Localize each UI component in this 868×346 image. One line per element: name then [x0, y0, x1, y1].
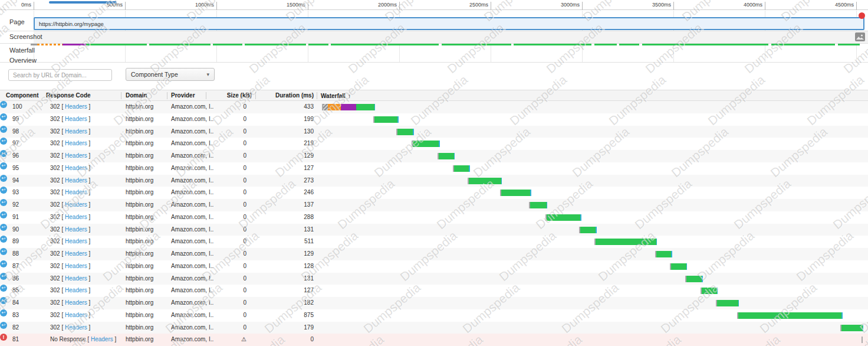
table-row[interactable]: ↩100302 [ Headers ]httpbin.orgAmazon.com…	[0, 101, 868, 113]
headers-link[interactable]: Headers	[65, 189, 87, 195]
table-row[interactable]: ↩84302 [ Headers ]httpbin.orgAmazon.com,…	[0, 297, 868, 309]
duration-cell: 128	[272, 260, 314, 273]
response-code-cell: 302 [ Headers ]	[50, 162, 90, 175]
overview-line-segment	[838, 44, 860, 45]
headers-link[interactable]: Headers	[65, 103, 87, 110]
col-header-waterfall[interactable]: Waterfall↑	[321, 90, 351, 102]
bar-receive-tip	[439, 141, 440, 147]
headers-link[interactable]: Headers	[65, 226, 87, 233]
redirect-icon: ↩	[0, 175, 7, 182]
waterfall-bar[interactable]	[412, 141, 439, 147]
bar-phase-segment	[328, 104, 341, 110]
headers-link[interactable]: Headers	[65, 275, 87, 282]
table-row[interactable]: ↩89302 [ Headers ]httpbin.orgAmazon.com,…	[0, 236, 868, 248]
screenshot-thumbnail-icon[interactable]	[855, 32, 865, 44]
headers-link[interactable]: Headers	[65, 128, 87, 135]
col-header-response-code[interactable]: Response Code	[46, 90, 91, 102]
headers-link[interactable]: Headers	[65, 152, 87, 159]
table-row[interactable]: ↩88302 [ Headers ]httpbin.orgAmazon.com,…	[0, 248, 868, 260]
table-row[interactable]: ↩85302 [ Headers ]httpbin.orgAmazon.com,…	[0, 285, 868, 297]
redirect-icon: ↩	[0, 126, 7, 133]
waterfall-bar[interactable]	[579, 227, 597, 233]
col-header-size[interactable]: Size (kB)	[211, 90, 252, 102]
page-url-box[interactable]: https://httpbin.org/mypage	[34, 17, 864, 30]
col-header-provider[interactable]: Provider	[171, 90, 195, 102]
col-header-domain[interactable]: Domain	[126, 90, 147, 102]
col-header-duration[interactable]: Duration (ms)	[267, 90, 314, 102]
waterfall-bar[interactable]	[655, 251, 672, 257]
table-row[interactable]: ↩83302 [ Headers ]httpbin.orgAmazon.com,…	[0, 309, 868, 322]
size-cell: 0	[206, 297, 246, 309]
bar-duration-segment	[656, 251, 672, 257]
waterfall-bar[interactable]	[453, 165, 470, 172]
headers-link[interactable]: Headers	[65, 263, 87, 269]
headers-link[interactable]: Headers	[65, 116, 87, 122]
waterfall-bar[interactable]	[396, 129, 414, 135]
search-input[interactable]	[8, 69, 112, 81]
bar-duration-segment	[671, 263, 686, 270]
waterfall-bar[interactable]	[468, 178, 502, 184]
waterfall-bar[interactable]	[670, 263, 687, 270]
waterfall-bar[interactable]	[322, 104, 375, 110]
headers-link[interactable]: Headers	[65, 312, 87, 318]
size-cell: 0	[206, 126, 246, 138]
table-row[interactable]: ↩92302 [ Headers ]httpbin.orgAmazon.com,…	[0, 199, 868, 211]
waterfall-bar[interactable]	[701, 288, 718, 294]
table-row[interactable]: ↩94302 [ Headers ]httpbin.orgAmazon.com,…	[0, 175, 868, 187]
table-row[interactable]: ↩95302 [ Headers ]httpbin.orgAmazon.com,…	[0, 162, 868, 175]
waterfall-bar[interactable]	[500, 190, 531, 196]
waterfall-bar[interactable]	[594, 239, 657, 245]
table-row[interactable]: !81No Response [ Headers ]httpbin.orgAma…	[0, 334, 868, 346]
table-row[interactable]: ↩99302 [ Headers ]httpbin.orgAmazon.com,…	[0, 113, 868, 126]
column-resize-handle[interactable]	[167, 92, 167, 99]
waterfall-bar[interactable]	[545, 214, 581, 221]
table-row[interactable]: ↩96302 [ Headers ]httpbin.orgAmazon.com,…	[0, 150, 868, 162]
table-row[interactable]: ↩90302 [ Headers ]httpbin.orgAmazon.com,…	[0, 224, 868, 236]
headers-link[interactable]: Headers	[65, 287, 87, 293]
table-row[interactable]: ↩87302 [ Headers ]httpbin.orgAmazon.com,…	[0, 260, 868, 273]
column-resize-handle[interactable]	[317, 92, 317, 99]
response-code-cell: 302 [ Headers ]	[50, 101, 90, 113]
headers-link[interactable]: Headers	[65, 238, 87, 244]
component-type-dropdown[interactable]: Component Type ▾	[126, 68, 215, 81]
column-resize-handle[interactable]	[255, 92, 256, 99]
table-row[interactable]: ↩82302 [ Headers ]httpbin.orgAmazon.com,…	[0, 322, 868, 334]
waterfall-bar[interactable]	[373, 116, 399, 123]
headers-link[interactable]: Headers	[65, 201, 87, 208]
table-row[interactable]: ↩86302 [ Headers ]httpbin.orgAmazon.com,…	[0, 273, 868, 285]
table-row[interactable]: ↩97302 [ Headers ]httpbin.orgAmazon.com,…	[0, 138, 868, 150]
timeline-scrollbar[interactable]	[49, 1, 117, 4]
size-cell: 0	[206, 175, 246, 187]
waterfall-bar[interactable]	[716, 300, 739, 306]
ruler-tick-mark	[582, 2, 583, 10]
waterfall-bar[interactable]	[737, 312, 843, 319]
headers-link[interactable]: Headers	[65, 299, 87, 306]
column-resize-handle[interactable]	[121, 92, 121, 99]
domain-cell: httpbin.org	[126, 101, 153, 113]
waterfall-bar[interactable]	[438, 153, 455, 159]
duration-cell: 130	[272, 126, 314, 138]
waterfall-bar[interactable]	[840, 325, 863, 331]
waterfall-bar[interactable]	[685, 276, 703, 282]
table-row[interactable]: ↩98302 [ Headers ]httpbin.orgAmazon.com,…	[0, 126, 868, 138]
duration-cell: 219	[272, 138, 314, 150]
table-row[interactable]: ↩91302 [ Headers ]httpbin.orgAmazon.com,…	[0, 211, 868, 224]
table-row[interactable]: ↩93302 [ Headers ]httpbin.orgAmazon.com,…	[0, 187, 868, 199]
headers-link[interactable]: Headers	[65, 250, 87, 257]
column-resize-handle[interactable]	[206, 92, 206, 99]
waterfall-bar[interactable]	[529, 202, 547, 208]
domain-cell: httpbin.org	[126, 260, 153, 273]
headers-link[interactable]: Headers	[65, 214, 87, 220]
headers-link[interactable]: Headers	[65, 324, 87, 331]
overview-line-segment	[642, 44, 768, 45]
col-header-component[interactable]: Component	[6, 90, 39, 102]
headers-link[interactable]: Headers	[65, 165, 87, 171]
size-cell: 0	[206, 260, 246, 273]
headers-link[interactable]: Headers	[65, 177, 87, 184]
headers-link[interactable]: Headers	[91, 336, 113, 342]
waterfall-bar[interactable]	[862, 337, 863, 343]
divider	[0, 31, 868, 31]
redirect-icon: ↩	[0, 187, 7, 194]
response-code-cell: 302 [ Headers ]	[50, 199, 90, 211]
headers-link[interactable]: Headers	[65, 140, 87, 146]
